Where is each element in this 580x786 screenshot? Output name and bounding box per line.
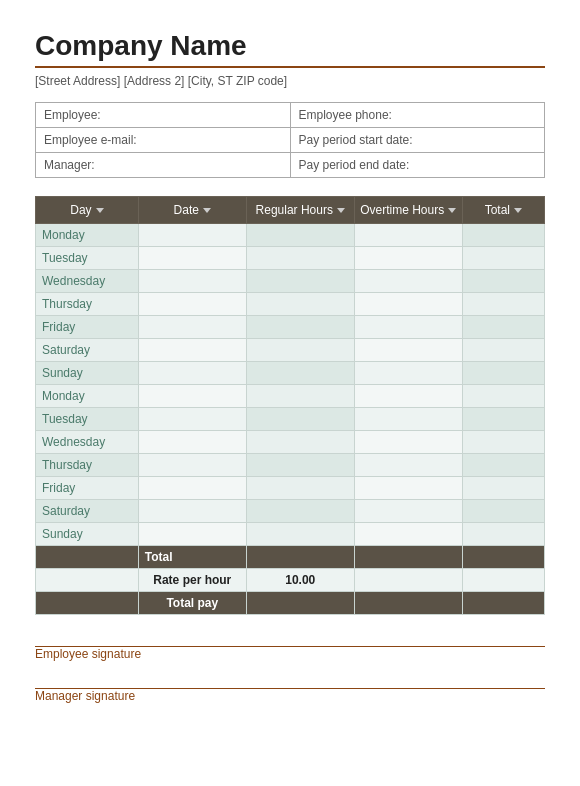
overtime-hours-cell[interactable] (354, 293, 462, 316)
day-cell[interactable]: Sunday (36, 362, 139, 385)
regular-hours-cell[interactable] (246, 500, 354, 523)
header-overtime-hours[interactable]: Overtime Hours (354, 197, 462, 224)
date-cell[interactable] (138, 408, 246, 431)
rate-label-cell: Rate per hour (138, 569, 246, 592)
day-dropdown-icon[interactable] (96, 208, 104, 213)
date-cell[interactable] (138, 339, 246, 362)
day-cell[interactable]: Friday (36, 316, 139, 339)
overtime-hours-cell[interactable] (354, 454, 462, 477)
employee-signature-label: Employee signature (35, 647, 545, 661)
day-cell[interactable]: Friday (36, 477, 139, 500)
total-cell[interactable] (462, 224, 544, 247)
day-cell[interactable]: Sunday (36, 523, 139, 546)
overtime-hours-cell[interactable] (354, 339, 462, 362)
regular-hours-cell[interactable] (246, 224, 354, 247)
overtime-hours-cell[interactable] (354, 477, 462, 500)
table-row: Saturday (36, 339, 545, 362)
manager-label: Manager: (36, 153, 291, 178)
date-cell[interactable] (138, 385, 246, 408)
overtime-hours-cell[interactable] (354, 316, 462, 339)
overtime-hours-cell[interactable] (354, 385, 462, 408)
total-pay-row: Total pay (36, 592, 545, 615)
regular-hours-cell[interactable] (246, 477, 354, 500)
regular-hours-cell[interactable] (246, 523, 354, 546)
total-cell[interactable] (462, 385, 544, 408)
company-name: Company Name (35, 30, 545, 62)
header-day[interactable]: Day (36, 197, 139, 224)
date-cell[interactable] (138, 477, 246, 500)
header-regular-hours[interactable]: Regular Hours (246, 197, 354, 224)
regular-hours-cell[interactable] (246, 408, 354, 431)
info-row-2: Employee e-mail: Pay period start date: (36, 128, 545, 153)
rate-value-cell[interactable]: 10.00 (246, 569, 354, 592)
total-cell[interactable] (462, 500, 544, 523)
regular-hours-cell[interactable] (246, 270, 354, 293)
day-cell[interactable]: Wednesday (36, 270, 139, 293)
total-cell[interactable] (462, 477, 544, 500)
date-cell[interactable] (138, 316, 246, 339)
regular-hours-cell[interactable] (246, 316, 354, 339)
employee-signature-block: Employee signature (35, 633, 545, 661)
day-cell[interactable]: Monday (36, 385, 139, 408)
day-cell[interactable]: Wednesday (36, 431, 139, 454)
day-cell[interactable]: Tuesday (36, 408, 139, 431)
overtime-hours-cell[interactable] (354, 247, 462, 270)
day-cell[interactable]: Thursday (36, 293, 139, 316)
totalpay-total-cell (462, 592, 544, 615)
regular-hours-cell[interactable] (246, 385, 354, 408)
total-cell[interactable] (462, 316, 544, 339)
date-cell[interactable] (138, 523, 246, 546)
date-cell[interactable] (138, 362, 246, 385)
total-cell[interactable] (462, 270, 544, 293)
date-cell[interactable] (138, 293, 246, 316)
total-day-cell (36, 546, 139, 569)
overtime-hours-dropdown-icon[interactable] (448, 208, 456, 213)
employee-email-label: Employee e-mail: (36, 128, 291, 153)
regular-hours-cell[interactable] (246, 247, 354, 270)
overtime-hours-cell[interactable] (354, 224, 462, 247)
overtime-hours-cell[interactable] (354, 431, 462, 454)
regular-hours-cell[interactable] (246, 362, 354, 385)
total-dropdown-icon[interactable] (514, 208, 522, 213)
info-row-1: Employee: Employee phone: (36, 103, 545, 128)
total-cell[interactable] (462, 247, 544, 270)
day-cell[interactable]: Tuesday (36, 247, 139, 270)
date-cell[interactable] (138, 247, 246, 270)
header-date[interactable]: Date (138, 197, 246, 224)
regular-hours-cell[interactable] (246, 339, 354, 362)
regular-hours-cell[interactable] (246, 454, 354, 477)
table-row: Monday (36, 224, 545, 247)
total-cell[interactable] (462, 293, 544, 316)
date-cell[interactable] (138, 270, 246, 293)
signature-section: Employee signature Manager signature (35, 633, 545, 703)
regular-hours-dropdown-icon[interactable] (337, 208, 345, 213)
table-row: Sunday (36, 362, 545, 385)
overtime-hours-cell[interactable] (354, 270, 462, 293)
day-cell[interactable]: Monday (36, 224, 139, 247)
total-cell[interactable] (462, 339, 544, 362)
overtime-hours-cell[interactable] (354, 523, 462, 546)
regular-hours-cell[interactable] (246, 431, 354, 454)
overtime-hours-cell[interactable] (354, 500, 462, 523)
total-cell[interactable] (462, 431, 544, 454)
total-cell[interactable] (462, 362, 544, 385)
date-cell[interactable] (138, 224, 246, 247)
total-cell[interactable] (462, 454, 544, 477)
total-cell[interactable] (462, 408, 544, 431)
day-cell[interactable]: Saturday (36, 339, 139, 362)
date-cell[interactable] (138, 431, 246, 454)
overtime-hours-cell[interactable] (354, 362, 462, 385)
regular-hours-cell[interactable] (246, 293, 354, 316)
date-cell[interactable] (138, 500, 246, 523)
table-row: Wednesday (36, 431, 545, 454)
date-dropdown-icon[interactable] (203, 208, 211, 213)
total-cell[interactable] (462, 523, 544, 546)
day-cell[interactable]: Thursday (36, 454, 139, 477)
totalpay-reg-cell (246, 592, 354, 615)
pay-period-end-label: Pay period end date: (290, 153, 545, 178)
date-cell[interactable] (138, 454, 246, 477)
day-cell[interactable]: Saturday (36, 500, 139, 523)
header-total[interactable]: Total (462, 197, 544, 224)
table-row: Friday (36, 316, 545, 339)
overtime-hours-cell[interactable] (354, 408, 462, 431)
